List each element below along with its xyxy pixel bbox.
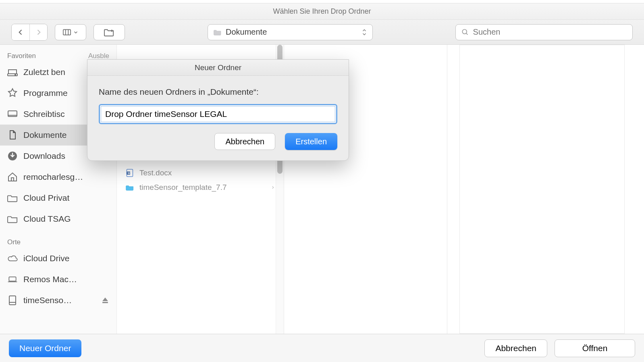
sidebar-item-home[interactable]: remocharlesg…: [0, 166, 116, 187]
applications-icon: [7, 88, 18, 98]
sheet-title-label: Neuer Ordner: [195, 63, 241, 72]
sheet-cancel-label: Abbrechen: [225, 137, 264, 146]
file-column-3: [459, 45, 625, 334]
location-popup[interactable]: Dokumente: [208, 24, 373, 40]
chevron-up-icon: [362, 29, 367, 32]
svg-rect-12: [11, 178, 14, 181]
sidebar-group-label: Favoriten: [7, 52, 36, 60]
svg-point-8: [15, 75, 16, 75]
new-folder-label: Neuer Ordner: [19, 343, 71, 353]
sidebar-item-label: iCloud Drive: [23, 254, 69, 263]
sheet-create-button[interactable]: Erstellen: [285, 133, 337, 150]
svg-rect-0: [63, 29, 71, 35]
recents-icon: [7, 67, 18, 77]
svg-rect-16: [102, 302, 108, 303]
nav-segment: [11, 24, 48, 41]
window-title: Wählen Sie Ihren Drop Ordner: [0, 4, 644, 20]
bottom-bar: Neuer Ordner Abbrechen Öffnen: [0, 334, 644, 362]
new-folder-button[interactable]: Neuer Ordner: [9, 339, 81, 357]
sidebar-hide-button[interactable]: Ausble: [88, 52, 109, 60]
svg-rect-13: [9, 277, 16, 281]
new-folder-icon: [104, 27, 114, 37]
open-button[interactable]: Öffnen: [555, 339, 635, 357]
disk-icon: [7, 295, 18, 306]
back-button[interactable]: [12, 24, 29, 40]
location-label: Dokumente: [226, 27, 267, 37]
svg-line-6: [466, 33, 468, 35]
file-label: Test.docx: [139, 169, 172, 177]
sidebar-item-label: Dokumente: [23, 130, 66, 140]
desktop-icon: [7, 109, 18, 119]
folder-name-input[interactable]: [101, 106, 335, 122]
forward-button[interactable]: [29, 24, 47, 40]
sidebar-item-label: Schreibtisc: [23, 109, 65, 119]
sheet-title: Neuer Ordner: [87, 60, 349, 76]
sidebar-group-locations: Orte: [0, 237, 116, 248]
folder-icon: [214, 28, 222, 36]
svg-point-5: [462, 29, 467, 34]
eject-icon[interactable]: [101, 296, 109, 304]
sidebar-item-label: Downloads: [23, 151, 65, 161]
word-doc-icon: W: [126, 169, 134, 177]
file-row[interactable]: timeSensor_template_7.7: [117, 180, 284, 195]
downloads-icon: [7, 151, 18, 161]
documents-icon: [7, 130, 18, 140]
sidebar-item-cloud-privat[interactable]: Cloud Privat: [0, 187, 116, 208]
cloud-icon: [7, 253, 18, 264]
sidebar-item-icloud[interactable]: iCloud Drive: [0, 248, 116, 269]
sidebar-item-label: timeSenso…: [23, 295, 72, 305]
toolbar: Dokumente: [0, 20, 644, 45]
chevron-down-icon: [362, 33, 367, 36]
search-input[interactable]: [473, 27, 627, 37]
open-label: Öffnen: [582, 343, 608, 353]
sidebar-item-remos-mac[interactable]: Remos Mac…: [0, 269, 116, 290]
folder-blue-icon: [126, 183, 134, 191]
sheet-prompt: Name des neuen Ordners in „Dokumente“:: [99, 87, 337, 97]
view-mode-button[interactable]: [55, 24, 86, 40]
sidebar-item-timesensor-disk[interactable]: timeSenso…: [0, 290, 116, 311]
file-row[interactable]: W Test.docx: [117, 166, 284, 180]
sheet-input-focus-ring: [99, 104, 337, 124]
cancel-button[interactable]: Abbrechen: [484, 339, 547, 357]
chevron-down-icon: [73, 30, 78, 35]
svg-rect-14: [9, 296, 16, 305]
sheet-cancel-button[interactable]: Abbrechen: [214, 133, 275, 150]
sidebar-item-label: Zuletzt ben: [23, 67, 65, 77]
toolbar-new-folder-button[interactable]: [93, 24, 125, 40]
file-label: timeSensor_template_7.7: [139, 183, 227, 192]
columns-icon: [63, 28, 71, 36]
folder-icon: [7, 193, 18, 203]
folder-icon: [7, 214, 18, 224]
search-field[interactable]: [455, 24, 633, 40]
finder-open-panel: Wählen Sie Ihren Drop Ordner Dokumente: [0, 3, 644, 362]
sheet-create-label: Erstellen: [295, 137, 327, 146]
search-icon: [461, 28, 469, 36]
home-icon: [7, 172, 18, 182]
sidebar-item-label: Cloud Privat: [23, 193, 69, 203]
sidebar-item-label: Programme: [23, 88, 68, 98]
sidebar-item-label: remocharlesg…: [23, 172, 83, 182]
sidebar-group-label: Orte: [7, 238, 21, 246]
laptop-icon: [7, 274, 18, 285]
sidebar-item-label: Cloud TSAG: [23, 214, 71, 224]
location-stepper: [362, 29, 367, 36]
sidebar-item-label: Remos Mac…: [23, 275, 77, 284]
new-folder-sheet: Neuer Ordner Name des neuen Ordners in „…: [87, 59, 349, 161]
chevron-right-icon: [271, 185, 275, 190]
cancel-label: Abbrechen: [495, 343, 536, 353]
chevron-left-icon: [17, 28, 25, 36]
chevron-right-icon: [35, 28, 43, 36]
sidebar-item-cloud-tsag[interactable]: Cloud TSAG: [0, 208, 116, 229]
svg-text:W: W: [127, 172, 130, 175]
window-title-label: Wählen Sie Ihren Drop Ordner: [273, 7, 371, 16]
